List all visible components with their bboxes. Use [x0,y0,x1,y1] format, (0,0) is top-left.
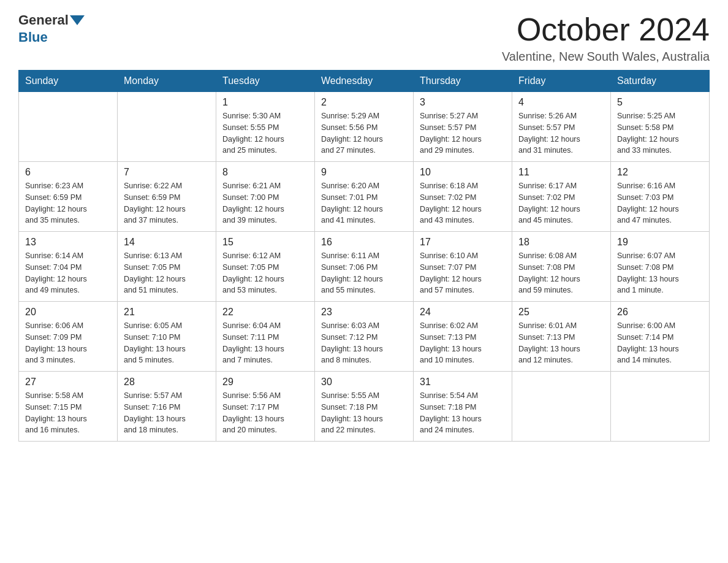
day-info: Sunrise: 6:18 AM Sunset: 7:02 PM Dayligh… [420,180,506,226]
calendar-cell: 2Sunrise: 5:29 AM Sunset: 5:56 PM Daylig… [315,92,414,162]
day-number: 8 [222,167,308,178]
day-info: Sunrise: 5:29 AM Sunset: 5:56 PM Dayligh… [321,110,407,156]
weekday-header-wednesday: Wednesday [315,71,414,92]
logo: General Blue [18,12,86,45]
calendar-cell: 22Sunrise: 6:04 AM Sunset: 7:11 PM Dayli… [216,302,315,372]
calendar-cell: 26Sunrise: 6:00 AM Sunset: 7:14 PM Dayli… [611,302,710,372]
calendar-week-row: 13Sunrise: 6:14 AM Sunset: 7:04 PM Dayli… [19,232,710,302]
weekday-header-saturday: Saturday [611,71,710,92]
day-info: Sunrise: 6:10 AM Sunset: 7:07 PM Dayligh… [420,250,506,296]
logo-general-text: General [18,12,69,28]
calendar-cell: 27Sunrise: 5:58 AM Sunset: 7:15 PM Dayli… [19,372,118,442]
day-number: 5 [617,97,703,108]
day-info: Sunrise: 6:23 AM Sunset: 6:59 PM Dayligh… [25,180,111,226]
calendar-week-row: 6Sunrise: 6:23 AM Sunset: 6:59 PM Daylig… [19,162,710,232]
day-number: 6 [25,167,111,178]
day-info: Sunrise: 6:21 AM Sunset: 7:00 PM Dayligh… [222,180,308,226]
day-number: 17 [420,237,506,248]
calendar-cell [512,372,611,442]
day-info: Sunrise: 5:58 AM Sunset: 7:15 PM Dayligh… [25,390,111,436]
logo-blue-text: Blue [18,29,48,45]
calendar-cell [19,92,118,162]
calendar-cell: 20Sunrise: 6:06 AM Sunset: 7:09 PM Dayli… [19,302,118,372]
calendar-cell: 25Sunrise: 6:01 AM Sunset: 7:13 PM Dayli… [512,302,611,372]
day-number: 19 [617,237,703,248]
day-number: 2 [321,97,407,108]
day-info: Sunrise: 5:55 AM Sunset: 7:18 PM Dayligh… [321,390,407,436]
day-number: 27 [25,377,111,388]
day-number: 12 [617,167,703,178]
day-number: 10 [420,167,506,178]
calendar-cell: 21Sunrise: 6:05 AM Sunset: 7:10 PM Dayli… [118,302,216,372]
day-number: 31 [420,377,506,388]
calendar-cell: 6Sunrise: 6:23 AM Sunset: 6:59 PM Daylig… [19,162,118,232]
calendar-cell: 7Sunrise: 6:22 AM Sunset: 6:59 PM Daylig… [118,162,216,232]
calendar-cell: 14Sunrise: 6:13 AM Sunset: 7:05 PM Dayli… [118,232,216,302]
calendar-cell: 19Sunrise: 6:07 AM Sunset: 7:08 PM Dayli… [611,232,710,302]
day-number: 24 [420,307,506,318]
weekday-header-tuesday: Tuesday [216,71,315,92]
calendar-cell: 18Sunrise: 6:08 AM Sunset: 7:08 PM Dayli… [512,232,611,302]
calendar-cell: 28Sunrise: 5:57 AM Sunset: 7:16 PM Dayli… [118,372,216,442]
calendar-week-row: 1Sunrise: 5:30 AM Sunset: 5:55 PM Daylig… [19,92,710,162]
day-info: Sunrise: 6:14 AM Sunset: 7:04 PM Dayligh… [25,250,111,296]
calendar-cell: 5Sunrise: 5:25 AM Sunset: 5:58 PM Daylig… [611,92,710,162]
day-info: Sunrise: 6:22 AM Sunset: 6:59 PM Dayligh… [124,180,210,226]
location-title: Valentine, New South Wales, Australia [502,50,710,64]
day-number: 29 [222,377,308,388]
calendar-cell: 3Sunrise: 5:27 AM Sunset: 5:57 PM Daylig… [414,92,512,162]
calendar-cell [118,92,216,162]
weekday-header-monday: Monday [118,71,216,92]
calendar-week-row: 27Sunrise: 5:58 AM Sunset: 7:15 PM Dayli… [19,372,710,442]
day-info: Sunrise: 6:06 AM Sunset: 7:09 PM Dayligh… [25,320,111,366]
weekday-header-thursday: Thursday [414,71,512,92]
day-info: Sunrise: 6:16 AM Sunset: 7:03 PM Dayligh… [617,180,703,226]
day-info: Sunrise: 5:30 AM Sunset: 5:55 PM Dayligh… [222,110,308,156]
day-info: Sunrise: 6:08 AM Sunset: 7:08 PM Dayligh… [518,250,604,296]
day-info: Sunrise: 6:02 AM Sunset: 7:13 PM Dayligh… [420,320,506,366]
calendar-cell: 23Sunrise: 6:03 AM Sunset: 7:12 PM Dayli… [315,302,414,372]
calendar-cell: 31Sunrise: 5:54 AM Sunset: 7:18 PM Dayli… [414,372,512,442]
day-number: 21 [124,307,210,318]
day-number: 7 [124,167,210,178]
day-number: 13 [25,237,111,248]
day-info: Sunrise: 6:12 AM Sunset: 7:05 PM Dayligh… [222,250,308,296]
day-info: Sunrise: 5:57 AM Sunset: 7:16 PM Dayligh… [124,390,210,436]
day-number: 30 [321,377,407,388]
day-number: 18 [518,237,604,248]
calendar-cell: 9Sunrise: 6:20 AM Sunset: 7:01 PM Daylig… [315,162,414,232]
month-title: October 2024 [502,12,710,47]
day-info: Sunrise: 6:07 AM Sunset: 7:08 PM Dayligh… [617,250,703,296]
calendar-cell: 17Sunrise: 6:10 AM Sunset: 7:07 PM Dayli… [414,232,512,302]
day-info: Sunrise: 6:01 AM Sunset: 7:13 PM Dayligh… [518,320,604,366]
day-number: 28 [124,377,210,388]
day-info: Sunrise: 6:11 AM Sunset: 7:06 PM Dayligh… [321,250,407,296]
day-number: 22 [222,307,308,318]
day-number: 1 [222,97,308,108]
logo-triangle-icon [70,15,85,25]
day-number: 16 [321,237,407,248]
day-info: Sunrise: 6:05 AM Sunset: 7:10 PM Dayligh… [124,320,210,366]
day-number: 26 [617,307,703,318]
day-info: Sunrise: 6:13 AM Sunset: 7:05 PM Dayligh… [124,250,210,296]
day-number: 23 [321,307,407,318]
calendar-cell: 8Sunrise: 6:21 AM Sunset: 7:00 PM Daylig… [216,162,315,232]
calendar-cell: 24Sunrise: 6:02 AM Sunset: 7:13 PM Dayli… [414,302,512,372]
calendar-cell: 4Sunrise: 5:26 AM Sunset: 5:57 PM Daylig… [512,92,611,162]
calendar-cell: 16Sunrise: 6:11 AM Sunset: 7:06 PM Dayli… [315,232,414,302]
day-number: 9 [321,167,407,178]
calendar-cell: 1Sunrise: 5:30 AM Sunset: 5:55 PM Daylig… [216,92,315,162]
day-info: Sunrise: 5:25 AM Sunset: 5:58 PM Dayligh… [617,110,703,156]
day-info: Sunrise: 6:03 AM Sunset: 7:12 PM Dayligh… [321,320,407,366]
day-number: 20 [25,307,111,318]
calendar-cell: 11Sunrise: 6:17 AM Sunset: 7:02 PM Dayli… [512,162,611,232]
calendar-cell [611,372,710,442]
day-number: 15 [222,237,308,248]
day-info: Sunrise: 5:26 AM Sunset: 5:57 PM Dayligh… [518,110,604,156]
day-info: Sunrise: 6:17 AM Sunset: 7:02 PM Dayligh… [518,180,604,226]
page-header: General Blue October 2024 Valentine, New… [18,12,710,64]
day-info: Sunrise: 5:56 AM Sunset: 7:17 PM Dayligh… [222,390,308,436]
day-info: Sunrise: 5:27 AM Sunset: 5:57 PM Dayligh… [420,110,506,156]
day-number: 25 [518,307,604,318]
calendar-cell: 29Sunrise: 5:56 AM Sunset: 7:17 PM Dayli… [216,372,315,442]
